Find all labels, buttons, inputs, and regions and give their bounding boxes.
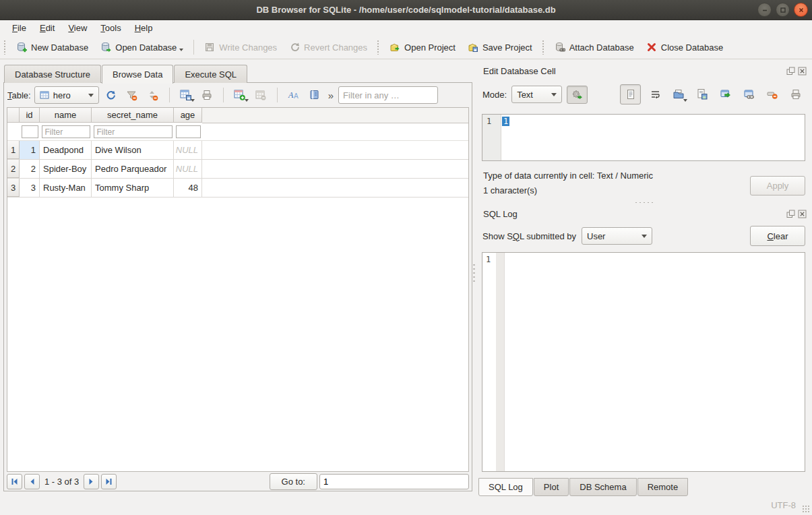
toolbar-overflow-chevron[interactable]: » <box>327 90 335 101</box>
filter-any-input[interactable] <box>338 86 438 104</box>
row-header[interactable]: 2 <box>7 160 20 178</box>
tab-sql-log[interactable]: SQL Log <box>478 478 533 496</box>
dock-float-icon[interactable] <box>786 210 795 218</box>
tab-database-structure[interactable]: Database Structure <box>4 65 101 83</box>
row-header[interactable]: 3 <box>7 179 20 197</box>
attach-database-icon <box>555 42 565 53</box>
cell-id[interactable]: 1 <box>20 141 40 159</box>
export-cell-data-button[interactable] <box>693 86 712 103</box>
menu-file[interactable]: File <box>5 22 33 34</box>
clear-sorting-button[interactable] <box>144 86 162 104</box>
table-select[interactable]: hero <box>34 86 99 104</box>
cell-age[interactable]: NULL <box>174 141 202 159</box>
format-toggle-button[interactable]: AA <box>285 86 303 104</box>
mode-select[interactable]: Text <box>511 86 562 103</box>
column-header-name[interactable]: name <box>40 108 92 123</box>
cell-id[interactable]: 2 <box>20 160 40 178</box>
open-database-dropdown-icon[interactable] <box>179 49 183 51</box>
grid-corner-header[interactable] <box>7 108 20 123</box>
goto-input[interactable] <box>319 474 469 489</box>
filter-input-secret-name[interactable] <box>94 125 173 138</box>
sql-log-editor[interactable]: 1 <box>482 252 805 472</box>
maximize-button[interactable] <box>776 3 790 17</box>
column-header-age[interactable]: age <box>174 108 202 123</box>
save-project-button[interactable]: Save Project <box>462 39 538 55</box>
filter-input-age[interactable] <box>176 125 201 138</box>
first-record-button[interactable] <box>7 474 22 489</box>
row-header[interactable]: 1 <box>7 141 20 159</box>
toolbar-grip[interactable] <box>377 40 380 55</box>
cell-age[interactable]: NULL <box>174 160 202 178</box>
dock-float-icon[interactable] <box>786 67 795 75</box>
close-database-button[interactable]: Close Database <box>640 39 730 55</box>
tab-db-schema[interactable]: DB Schema <box>569 478 636 496</box>
cell-name[interactable]: Deadpond <box>40 141 92 159</box>
goto-button[interactable]: Go to: <box>270 473 317 490</box>
auto-switch-mode-button[interactable] <box>567 86 588 104</box>
resize-grip[interactable] <box>802 505 810 513</box>
dock-close-icon[interactable] <box>798 67 807 75</box>
sql-source-select[interactable]: User <box>582 227 652 245</box>
previous-record-button[interactable] <box>24 474 40 489</box>
menu-edit[interactable]: Edit <box>33 22 61 34</box>
gear-import-icon <box>571 89 583 100</box>
binary-view-button[interactable] <box>306 86 323 104</box>
import-dropdown-icon[interactable] <box>683 99 687 102</box>
cell-secret-name[interactable]: Tommy Sharp <box>92 179 174 197</box>
cell-secret-name[interactable]: Pedro Parqueador <box>92 160 174 178</box>
cell-name[interactable]: Rusty-Man <box>40 179 92 197</box>
table-select-value: hero <box>53 90 71 100</box>
tab-browse-data[interactable]: Browse Data <box>102 65 173 84</box>
export-table-dropdown-icon[interactable] <box>191 99 195 102</box>
export-table-button[interactable] <box>177 86 195 104</box>
column-header-secret-name[interactable]: secret_name <box>92 108 174 123</box>
filter-input-id[interactable] <box>22 125 38 138</box>
refresh-button[interactable] <box>102 86 120 104</box>
column-header-id[interactable]: id <box>20 108 40 123</box>
titlebar[interactable]: DB Browser for SQLite - /home/user/code/… <box>0 0 812 20</box>
main-tabbar: Database Structure Browse Data Execute S… <box>4 65 248 84</box>
insert-record-dropdown-icon[interactable] <box>245 99 249 102</box>
cell-id[interactable]: 3 <box>20 179 40 197</box>
tab-execute-sql[interactable]: Execute SQL <box>174 65 247 83</box>
tab-plot[interactable]: Plot <box>534 478 569 496</box>
tab-remote[interactable]: Remote <box>637 478 689 496</box>
binary-book-icon <box>309 89 321 101</box>
word-wrap-button[interactable] <box>646 86 664 103</box>
apply-cell-button[interactable] <box>716 86 735 103</box>
clear-filters-button[interactable] <box>123 86 141 104</box>
first-record-icon <box>10 477 19 486</box>
toolbar-grip[interactable] <box>3 40 7 55</box>
set-null-button[interactable] <box>763 86 782 103</box>
cell-name[interactable]: Spider-Boy <box>40 160 92 178</box>
cell-secret-name[interactable]: Dive Wilson <box>92 141 174 159</box>
insert-record-button[interactable] <box>231 86 249 104</box>
cell-editor[interactable]: 1 1 <box>482 114 805 161</box>
toolbar-grip[interactable] <box>542 40 545 55</box>
text-mode-toggle-button[interactable] <box>620 84 642 104</box>
attach-database-button[interactable]: Attach Database <box>549 39 640 55</box>
menu-tools[interactable]: Tools <box>94 22 127 34</box>
mode-select-value: Text <box>517 90 533 100</box>
minimize-button[interactable] <box>757 3 772 17</box>
print-table-button[interactable] <box>198 86 216 104</box>
print-cell-button[interactable] <box>786 86 805 103</box>
open-database-button[interactable]: Open Database <box>94 39 189 55</box>
cell-editor-content[interactable]: 1 <box>502 117 509 126</box>
close-button[interactable] <box>794 3 808 17</box>
filter-input-name[interactable] <box>42 125 90 138</box>
open-in-external-button[interactable] <box>740 86 759 103</box>
menu-help[interactable]: Help <box>128 22 160 34</box>
open-project-button[interactable]: Open Project <box>383 39 462 55</box>
dock-splitter-handle[interactable] <box>634 201 654 204</box>
new-database-button[interactable]: New Database <box>10 39 94 55</box>
next-record-button[interactable] <box>84 474 99 489</box>
cell-age[interactable]: 48 <box>174 179 202 197</box>
last-record-button[interactable] <box>101 474 117 489</box>
dock-close-icon[interactable] <box>798 210 807 218</box>
clear-log-button[interactable]: Clear <box>750 226 805 246</box>
sql-log-dock-title: SQL Log <box>476 206 812 222</box>
menu-view[interactable]: View <box>61 22 94 34</box>
menubar: File Edit View Tools Help <box>0 20 812 36</box>
import-cell-data-button[interactable] <box>669 86 688 103</box>
